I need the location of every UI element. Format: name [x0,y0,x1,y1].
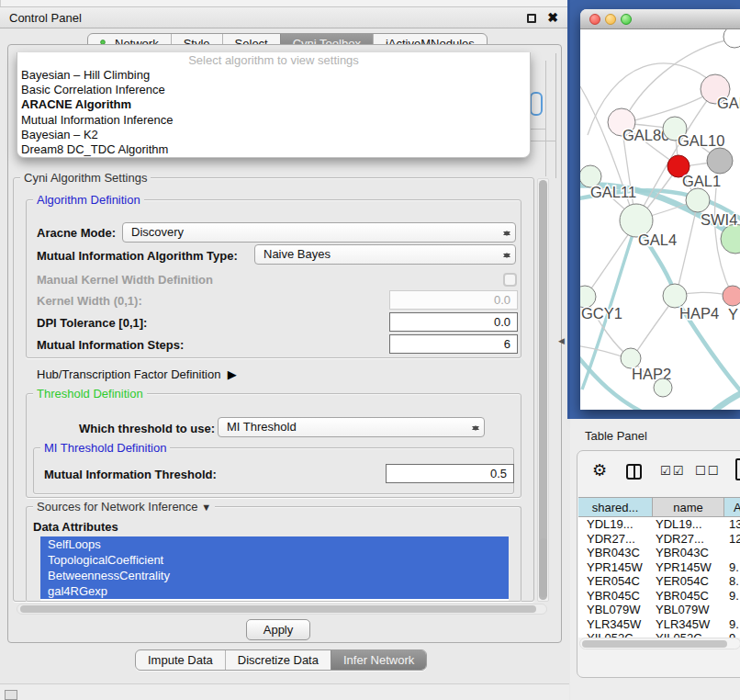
table-cell: YER054C [578,574,653,589]
table-row[interactable]: YBR045CYBR045C9. [578,589,740,604]
which-threshold-label: Which threshold to use: [79,422,215,435]
kernel-width-input[interactable] [389,290,518,310]
gear-icon[interactable]: ⚙ [592,460,607,480]
data-attributes-list[interactable]: SelfLoopsTopologicalCoefficientBetweenne… [40,536,509,601]
settings-horizontal-scrollbar[interactable] [17,604,547,615]
node-table-panel: ⚙ ☑☑ ☐☐ shared... name A YDL19...YDL19..… [577,450,740,678]
scrollbar-thumb[interactable] [582,640,727,648]
algorithm-option[interactable]: ARACNE Algorithm [17,97,530,112]
attribute-list-item[interactable]: TopologicalCoefficient [40,552,509,568]
node-table: shared... name A YDL19...YDL19...13YDR27… [578,497,740,638]
zoom-traffic-light-icon[interactable] [621,14,632,25]
tab-discretize-data[interactable]: Discretize Data [225,650,331,670]
table-cell: YDR27... [578,532,653,547]
collapsed-arrow-icon[interactable]: ▶ [228,367,237,381]
network-node[interactable] [707,148,733,174]
network-node-gal1[interactable] [686,188,710,212]
table-row[interactable]: YBR043CYBR043C [578,546,740,560]
attribute-list-item[interactable]: SelfLoops [40,536,509,552]
checked-boxes-icon[interactable]: ☑☑ [660,464,685,478]
network-window-titlebar[interactable] [580,9,740,29]
table-cell: 8. [724,574,740,589]
table-cell: YDR27... [653,532,724,547]
aracne-mode-value: Discovery [131,225,184,239]
float-window-icon[interactable] [527,14,536,23]
mi-threshold-input[interactable] [386,464,514,483]
splitter-arrow-icon[interactable]: ◀ [558,336,565,345]
mi-threshold-label: Mutual Information Threshold: [44,468,217,481]
tab-infer-network-label: Infer Network [343,650,414,671]
table-cell: 9. [724,631,740,638]
table-row[interactable]: YER054CYER054C8. [578,574,740,589]
table-cell: YBL079W [578,603,653,617]
mi-steps-input[interactable] [389,334,518,354]
algorithm-option[interactable]: Mutual Information Inference [17,113,530,128]
table-cell: YBL079W [653,603,724,617]
node-label: SWI4 [701,211,737,228]
table-row[interactable]: YDL19...YDL19...13 [578,517,740,532]
apply-button[interactable]: Apply [246,619,310,640]
groupbox-fragment-line [545,61,546,176]
table-cell: YBR045C [653,589,724,604]
table-cell: YDL19... [578,517,653,532]
combobox-arrows-icon [502,226,510,241]
column-header-clipped[interactable]: A [724,498,740,516]
table-cell [724,546,740,560]
close-icon[interactable]: ✖ [547,10,558,25]
network-view-window: GALGAL80GAL10GAL1GAL11SWI4GAL4GCY1HAP4YH… [580,9,740,410]
scrollbar-thumb[interactable] [539,180,547,600]
which-threshold-combobox[interactable]: MI Threshold [218,417,485,437]
table-row[interactable]: YPR145WYPR145W9. [578,560,740,575]
minimize-traffic-light-icon[interactable] [605,14,616,25]
algorithm-option[interactable]: Basic Correlation Inference [17,83,530,97]
column-header-name[interactable]: name [653,498,724,516]
table-horizontal-scrollbar[interactable] [579,638,740,649]
settings-group-title: Cyni Algorithm Settings [20,172,151,185]
focused-combobox-fragment[interactable] [530,92,543,116]
column-header-shared[interactable]: shared... [578,498,653,516]
attribute-list-scrollbar[interactable] [540,538,547,597]
collapsed-panel-icon[interactable] [5,690,17,700]
table-cell: 12 [724,532,740,547]
control-panel-title: Control Panel [9,11,82,25]
screen: Control Panel ✖ Network Style Select Cyn… [0,0,740,700]
close-traffic-light-icon[interactable] [589,14,600,25]
kernel-width-label: Kernel Width (0,1): [37,294,142,308]
mi-type-combobox[interactable]: Naive Bayes [254,244,516,265]
mi-steps-label: Mutual Information Steps: [37,338,184,352]
network-node[interactable] [654,378,672,397]
tab-impute-data[interactable]: Impute Data [136,650,225,670]
table-cell: YIL052C [578,631,653,638]
table-cell: YBR043C [653,546,724,560]
algorithm-option[interactable]: Bayesian – K2 [17,128,530,142]
tab-infer-network[interactable]: Infer Network [331,650,426,670]
dpi-tolerance-input[interactable] [389,312,518,332]
algorithm-dropdown-popup: Select algorithm to view settings Bayesi… [17,52,531,158]
unchecked-boxes-icon[interactable]: ☐☐ [695,464,720,478]
aracne-mode-combobox[interactable]: Discovery [122,222,516,243]
table-row[interactable]: YDR27...YDR27...12 [578,532,740,547]
document-icon[interactable] [735,458,740,480]
network-node[interactable] [723,29,740,48]
sources-group-title[interactable]: Sources for Network Inference ▼ [33,501,215,514]
network-canvas[interactable]: GALGAL80GAL10GAL1GAL11SWI4GAL4GCY1HAP4YH… [580,29,740,410]
table-row[interactable]: YIL052CYIL052C9. [578,631,740,638]
table-row[interactable]: YLR345WYLR345W9. [578,617,740,632]
table-cell: YIL052C [653,631,724,638]
network-node-y[interactable] [723,286,740,306]
expanded-arrow-icon[interactable]: ▼ [201,502,211,513]
manual-kernel-checkbox[interactable] [503,273,517,287]
algorithm-dropdown-items: Bayesian – Hill ClimbingBasic Correlatio… [17,68,530,157]
sources-title-label: Sources for Network Inference [37,500,198,514]
algorithm-option[interactable]: Dream8 DC_TDC Algorithm [17,142,530,157]
algorithm-definition-title: Algorithm Definition [33,194,144,207]
tab-impute-data-label: Impute Data [148,650,213,671]
algorithm-option[interactable]: Bayesian – Hill Climbing [17,68,530,83]
hub-definition-toggle[interactable]: Hub/Transcription Factor Definition ▶ [37,367,237,381]
table-row[interactable]: YBL079WYBL079W [578,603,740,617]
columns-icon[interactable] [626,464,642,480]
attribute-list-item[interactable]: BetweennessCentrality [40,568,509,583]
attribute-list-item[interactable]: gal4RGexp [40,583,509,599]
combobox-arrows-icon [502,248,510,263]
scrollbar-thumb[interactable] [20,605,536,613]
